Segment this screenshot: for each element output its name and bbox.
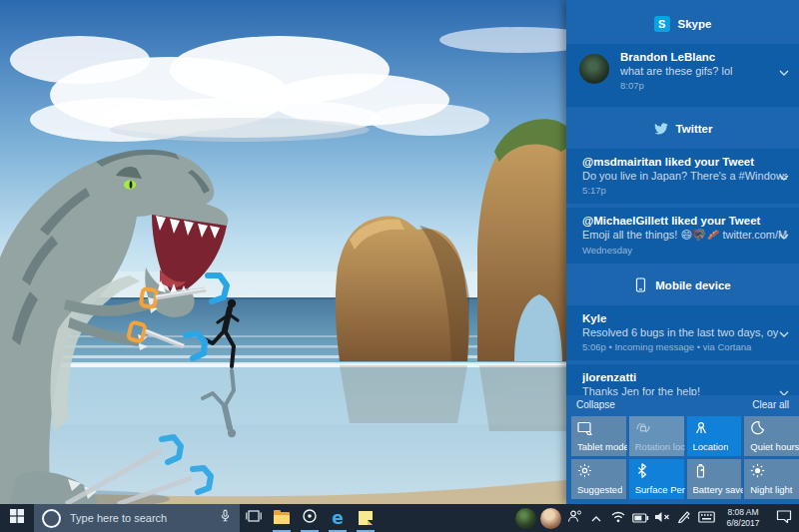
notification-title: @msdmairitan liked your Tweet xyxy=(582,156,787,168)
chevron-up-icon xyxy=(590,509,602,527)
clock-date: 6/8/2017 xyxy=(726,518,759,529)
rotation-lock-icon xyxy=(635,420,651,439)
phone-icon xyxy=(634,277,647,294)
quick-action-surface-pen[interactable]: Surface Pen xyxy=(629,459,684,499)
cortana-icon[interactable] xyxy=(42,509,61,528)
windows-ink-button[interactable] xyxy=(673,504,695,532)
chevron-down-icon[interactable] xyxy=(779,226,789,244)
quick-action-battery-saver[interactable]: Battery saver xyxy=(687,459,742,499)
notification-card-skype[interactable]: Brandon LeBlanc what are these gifs? lol… xyxy=(566,44,799,107)
tile-label: Quiet hours xyxy=(750,441,799,452)
battery-vertical-icon xyxy=(693,463,708,482)
sun-outline-icon xyxy=(577,463,592,482)
section-header-skype[interactable]: S Skype xyxy=(566,0,799,35)
pinned-app-button[interactable] xyxy=(296,504,324,532)
file-explorer-button[interactable] xyxy=(268,504,296,532)
tile-label: Night light xyxy=(750,484,792,495)
notification-card-mobile-2[interactable]: jlorenzatti Thanks Jen for the help! xyxy=(566,364,799,395)
windows-desktop-screen: S Skype Brandon LeBlanc what are these g… xyxy=(0,0,799,532)
tile-label: Suggested xyxy=(577,484,622,495)
tile-label: Surface Pen xyxy=(635,484,685,495)
pen-icon xyxy=(677,509,691,527)
volume-muted-icon xyxy=(654,509,670,527)
notification-body: Resolved 6 bugs in the last two days, oy xyxy=(582,326,787,338)
notification-title: jlorenzatti xyxy=(582,371,787,383)
sun-filled-icon xyxy=(750,463,765,482)
twitter-bird-icon xyxy=(653,122,668,137)
section-header-mobile-device[interactable]: Mobile device xyxy=(566,264,799,296)
avatar xyxy=(579,54,609,84)
notification-title: @MichaelGillett liked your Tweet xyxy=(582,215,787,227)
search-input[interactable] xyxy=(68,511,212,525)
tile-label: Location xyxy=(693,441,729,452)
notification-title: Kyle xyxy=(582,312,787,324)
notification-body: Thanks Jen for the help! xyxy=(582,385,787,395)
section-title: Skype xyxy=(678,18,712,30)
chevron-down-icon[interactable] xyxy=(779,167,789,185)
chevron-down-icon[interactable] xyxy=(779,382,789,395)
chevron-down-icon[interactable] xyxy=(779,323,789,341)
people-button[interactable] xyxy=(563,504,585,532)
section-title: Twitter xyxy=(676,123,713,135)
section-title: Mobile device xyxy=(655,279,730,291)
edge-button[interactable]: e xyxy=(324,504,352,532)
quick-action-location[interactable]: Location xyxy=(687,416,742,456)
notification-body: Do you live in Japan? There's a #Windows… xyxy=(582,170,787,182)
quick-action-night-light[interactable]: Night light xyxy=(744,459,799,499)
quick-action-rotation-lock[interactable]: Rotation lock xyxy=(629,416,684,456)
notification-card-twitter-2[interactable]: @MichaelGillett liked your Tweet Emoji a… xyxy=(566,208,799,264)
section-header-twitter[interactable]: Twitter xyxy=(566,107,799,140)
microphone-icon[interactable] xyxy=(219,509,232,527)
collapse-link[interactable]: Collapse xyxy=(576,399,615,410)
quick-actions-grid: Tablet mode Rotation lock Location Quiet… xyxy=(566,414,799,504)
notification-list: S Skype Brandon LeBlanc what are these g… xyxy=(566,0,799,395)
quick-actions-footer: Collapse Clear all xyxy=(566,395,799,414)
action-center-panel: S Skype Brandon LeBlanc what are these g… xyxy=(566,0,799,504)
search-box[interactable] xyxy=(34,504,240,532)
sticky-notes-icon xyxy=(359,511,373,525)
taskbar: e 8:08 A xyxy=(0,504,799,532)
start-button[interactable] xyxy=(0,504,34,532)
quick-action-tablet-mode[interactable]: Tablet mode xyxy=(571,416,626,456)
circle-dot-app-icon xyxy=(302,508,318,528)
notification-body: what are these gifs? lol xyxy=(620,65,787,77)
tile-label: Tablet mode xyxy=(577,441,627,452)
touch-keyboard-button[interactable] xyxy=(695,504,717,532)
notification-time: 5:06p • Incoming message • via Cortana xyxy=(582,341,787,352)
notification-time: 5:17p xyxy=(582,185,787,196)
notification-body: Emoji all the things! 😄🦃🥓 twitter.com/Mi… xyxy=(582,229,787,242)
action-center-icon xyxy=(776,509,792,528)
location-pin-icon xyxy=(693,420,709,439)
notification-card-twitter-1[interactable]: @msdmairitan liked your Tweet Do you liv… xyxy=(566,149,799,204)
action-center-button[interactable] xyxy=(769,504,799,532)
pinned-contact-avatar-1[interactable] xyxy=(515,508,536,529)
notification-time: Wednesday xyxy=(582,245,787,256)
task-view-button[interactable] xyxy=(240,504,268,532)
chevron-down-icon[interactable] xyxy=(779,62,789,80)
file-explorer-icon xyxy=(274,512,290,524)
quick-action-suggested[interactable]: Suggested xyxy=(571,459,626,499)
wifi-icon xyxy=(610,509,626,527)
keyboard-icon xyxy=(698,509,715,527)
clear-all-link[interactable]: Clear all xyxy=(752,399,789,410)
windows-logo-icon xyxy=(10,509,24,527)
clock-time: 8:08 AM xyxy=(726,507,759,518)
clock[interactable]: 8:08 AM 6/8/2017 xyxy=(717,504,769,532)
notification-title: Brandon LeBlanc xyxy=(620,51,787,63)
pinned-contact-avatar-2[interactable] xyxy=(540,508,561,529)
tablet-mode-icon xyxy=(577,420,593,439)
skype-icon: S xyxy=(654,16,670,32)
task-view-icon xyxy=(246,509,262,527)
moon-icon xyxy=(750,420,765,439)
volume-button[interactable] xyxy=(651,504,673,532)
battery-button[interactable] xyxy=(629,504,651,532)
bluetooth-icon xyxy=(635,463,649,482)
notification-card-mobile-1[interactable]: Kyle Resolved 6 bugs in the last two day… xyxy=(566,305,799,360)
quick-action-quiet-hours[interactable]: Quiet hours xyxy=(744,416,799,456)
wifi-button[interactable] xyxy=(607,504,629,532)
edge-icon: e xyxy=(332,510,344,527)
hidden-icons-button[interactable] xyxy=(585,504,607,532)
notification-time: 8:07p xyxy=(620,80,787,91)
tile-label: Battery saver xyxy=(693,484,743,495)
sticky-notes-button[interactable] xyxy=(352,504,380,532)
